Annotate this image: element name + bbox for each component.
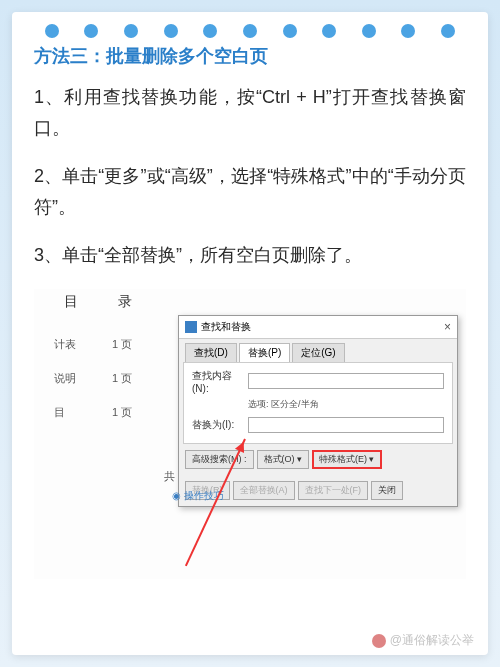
- watermark: @通俗解读公举: [372, 632, 474, 649]
- dialog-body: 查找内容(N): 选项: 区分全/半角 替换为(I):: [183, 362, 453, 444]
- dialog-titlebar: 查找和替换 ×: [179, 316, 457, 339]
- watermark-icon: [372, 634, 386, 648]
- dialog-title-text: 查找和替换: [201, 320, 251, 334]
- toc-row: 说明1 页: [54, 371, 132, 386]
- toc-row: 目1 页: [54, 405, 132, 420]
- dialog-tabs: 查找(D) 替换(P) 定位(G): [179, 339, 457, 362]
- binder-holes: [12, 24, 488, 38]
- step-2: 2、单击“更多”或“高级”，选择“特殊格式”中的“手动分页符”。: [34, 161, 466, 222]
- find-replace-dialog: 查找和替换 × 查找(D) 替换(P) 定位(G) 查找内容(N): 选项: 区…: [178, 315, 458, 507]
- app-icon: [185, 321, 197, 333]
- special-format-button[interactable]: 特殊格式(E) ▾: [312, 450, 382, 469]
- tab-find[interactable]: 查找(D): [185, 343, 237, 362]
- close-button[interactable]: 关闭: [371, 481, 403, 500]
- step-1: 1、利用查找替换功能，按“Ctrl + H”打开查找替换窗口。: [34, 82, 466, 143]
- tab-replace[interactable]: 替换(P): [239, 343, 290, 362]
- replace-label: 替换为(I):: [192, 418, 244, 432]
- find-next-button[interactable]: 查找下一处(F): [298, 481, 369, 500]
- method-title: 方法三：批量删除多个空白页: [34, 44, 466, 68]
- step-3: 3、单击“全部替换”，所有空白页删除了。: [34, 240, 466, 271]
- button-row-1: 高级搜索(M) : 格式(O) ▾ 特殊格式(E) ▾: [179, 444, 457, 475]
- options-row: 选项: 区分全/半角: [248, 398, 444, 411]
- close-icon[interactable]: ×: [444, 320, 451, 334]
- toc-row: 计表1 页: [54, 337, 132, 352]
- paper-card: 方法三：批量删除多个空白页 1、利用查找替换功能，按“Ctrl + H”打开查找…: [12, 12, 488, 655]
- format-button[interactable]: 格式(O) ▾: [257, 450, 310, 469]
- replace-all-button[interactable]: 全部替换(A): [233, 481, 295, 500]
- find-label: 查找内容(N):: [192, 369, 244, 394]
- screenshot-area: 目 录 计表1 页 说明1 页 目1 页 共 3页 查找和替换 × 查找(D) …: [34, 289, 466, 579]
- replace-input[interactable]: [248, 417, 444, 433]
- find-input[interactable]: [248, 373, 444, 389]
- toc-heading: 目 录: [64, 293, 150, 311]
- tab-goto[interactable]: 定位(G): [292, 343, 344, 362]
